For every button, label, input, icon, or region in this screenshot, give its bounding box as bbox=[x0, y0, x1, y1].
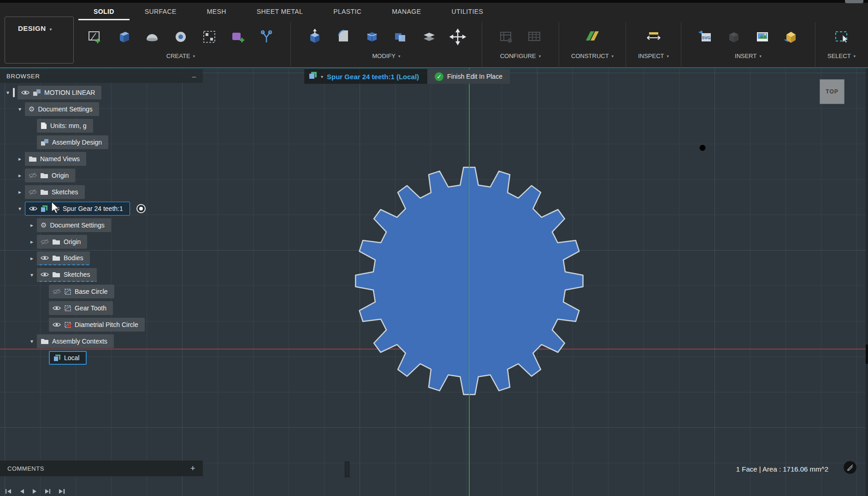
browser-item-label[interactable]: Origin bbox=[52, 172, 69, 179]
edit-restriction-icon[interactable] bbox=[843, 461, 857, 474]
caret-right-icon[interactable]: ▸ bbox=[15, 189, 25, 195]
caret-down-icon[interactable]: ▾ bbox=[15, 205, 25, 212]
insert-canvas-image-icon[interactable] bbox=[750, 24, 774, 50]
modify-dropdown[interactable]: MODIFY▾ bbox=[372, 53, 400, 59]
visibility-eye-icon[interactable] bbox=[29, 205, 37, 212]
browser-row[interactable]: Gear Tooth bbox=[0, 301, 203, 315]
create-sketch-icon[interactable] bbox=[83, 24, 107, 50]
browser-item-label[interactable]: Gear Tooth bbox=[75, 304, 106, 312]
revolve-icon[interactable] bbox=[140, 24, 164, 50]
insert-dropdown[interactable]: INSERT▾ bbox=[735, 53, 762, 59]
visibility-eye-icon[interactable] bbox=[53, 321, 61, 328]
activate-component-radio[interactable] bbox=[136, 204, 146, 213]
browser-item[interactable]: Assembly Design bbox=[37, 135, 108, 149]
caret-down-icon[interactable]: ▾ bbox=[3, 89, 13, 96]
browser-item[interactable]: Spur Gear 24 teeth:1 bbox=[25, 202, 130, 216]
browser-row[interactable]: Local bbox=[0, 351, 203, 365]
browser-row[interactable]: ▸Named Views bbox=[0, 152, 203, 166]
visibility-eye-icon[interactable] bbox=[41, 271, 49, 278]
tab-sheet-metal[interactable]: SHEET METAL bbox=[242, 5, 318, 20]
browser-item[interactable]: Assembly Contexts bbox=[37, 334, 114, 348]
browser-item[interactable]: Origin bbox=[25, 169, 75, 182]
move-copy-icon[interactable] bbox=[446, 24, 470, 50]
pattern-icon[interactable] bbox=[197, 24, 221, 50]
browser-row[interactable]: ▾Spur Gear 24 teeth:1 bbox=[0, 202, 203, 216]
browser-item-label[interactable]: Base Circle bbox=[75, 288, 108, 295]
hole-icon[interactable] bbox=[169, 24, 193, 50]
select-dropdown[interactable]: SELECT▾ bbox=[827, 53, 856, 59]
caret-down-icon[interactable]: ▾ bbox=[15, 106, 25, 112]
browser-row[interactable]: ▾⚙Document Settings bbox=[0, 102, 203, 116]
tab-solid[interactable]: SOLID bbox=[78, 5, 130, 20]
create-form-icon[interactable] bbox=[226, 24, 250, 50]
browser-item[interactable]: Local bbox=[49, 351, 87, 365]
configure-dropdown[interactable]: CONFIGURE▾ bbox=[500, 53, 541, 59]
caret-down-icon[interactable]: ▾ bbox=[27, 272, 37, 278]
collapse-icon[interactable]: – bbox=[192, 72, 196, 80]
browser-item-label[interactable]: Units: mm, g bbox=[50, 122, 87, 129]
comments-bar[interactable]: COMMENTS + bbox=[0, 461, 203, 476]
select-icon[interactable] bbox=[830, 24, 854, 50]
browser-row[interactable]: Units: mm, g bbox=[0, 119, 203, 133]
tab-utilities[interactable]: UTILITIES bbox=[436, 5, 498, 20]
construct-plane-icon[interactable] bbox=[580, 24, 604, 50]
extrude-icon[interactable] bbox=[112, 24, 136, 50]
caret-down-icon[interactable]: ▾ bbox=[27, 338, 37, 344]
scrollbar-thumb[interactable] bbox=[866, 344, 868, 364]
active-component-name[interactable]: Spur Gear 24 teeth:1 (Local) bbox=[327, 73, 424, 81]
browser-item[interactable]: Diametrial Pitch Circle bbox=[49, 318, 145, 332]
browser-item[interactable]: ⚙Document Settings bbox=[25, 102, 99, 116]
visibility-eye-icon[interactable] bbox=[21, 89, 30, 96]
tab-mesh[interactable]: MESH bbox=[192, 5, 242, 20]
visibility-eye-off-icon[interactable] bbox=[29, 172, 37, 179]
tab-plastic[interactable]: PLASTIC bbox=[318, 5, 377, 20]
browser-item-label[interactable]: Bodies bbox=[64, 254, 83, 262]
browser-item[interactable]: MOTION LINEAR bbox=[18, 86, 101, 99]
browser-item-label[interactable]: Assembly Design bbox=[52, 139, 102, 146]
press-pull-icon[interactable] bbox=[303, 24, 327, 50]
caret-right-icon[interactable]: ▸ bbox=[27, 255, 37, 262]
browser-item[interactable]: ⚙Document Settings bbox=[37, 218, 111, 232]
browser-row[interactable]: ▾MOTION LINEAR bbox=[0, 86, 203, 99]
browser-item-label[interactable]: Document Settings bbox=[50, 222, 104, 229]
browser-item[interactable]: Sketches bbox=[25, 185, 85, 199]
browser-row[interactable]: ▸Bodies bbox=[0, 251, 203, 265]
browser-item-label[interactable]: Local bbox=[64, 354, 79, 362]
visibility-eye-off-icon[interactable] bbox=[53, 288, 61, 295]
construct-dropdown[interactable]: CONSTRUCT▾ bbox=[571, 53, 614, 59]
finish-edit-in-place-button[interactable]: ✓ Finish Edit In Place bbox=[427, 69, 510, 84]
browser-item-label[interactable]: MOTION LINEAR bbox=[44, 89, 95, 96]
visibility-eye-icon[interactable] bbox=[53, 305, 61, 311]
configure-icon[interactable] bbox=[494, 24, 518, 50]
caret-right-icon[interactable]: ▸ bbox=[15, 156, 25, 162]
view-cube[interactable]: TOP bbox=[820, 79, 844, 104]
browser-row[interactable]: ▸⚙Document Settings bbox=[0, 218, 203, 232]
add-comment-button[interactable]: + bbox=[190, 464, 195, 473]
browser-item-label[interactable]: Sketches bbox=[52, 188, 78, 196]
browser-item[interactable]: Named Views bbox=[25, 152, 86, 166]
caret-right-icon[interactable]: ▸ bbox=[27, 222, 37, 228]
browser-row[interactable]: Assembly Design bbox=[0, 135, 203, 149]
browser-item-label[interactable]: Assembly Contexts bbox=[52, 338, 107, 345]
step-forward-button[interactable] bbox=[44, 488, 52, 496]
browser-item-label[interactable]: Sketches bbox=[64, 271, 90, 278]
offset-plane-icon[interactable] bbox=[417, 24, 441, 50]
measure-icon[interactable] bbox=[642, 24, 666, 50]
insert-mesh-icon[interactable] bbox=[722, 24, 746, 50]
go-to-start-button[interactable] bbox=[5, 488, 12, 496]
tab-surface[interactable]: SURFACE bbox=[130, 5, 192, 20]
browser-item-label[interactable]: Document Settings bbox=[38, 105, 92, 113]
browser-item[interactable]: Sketches bbox=[37, 268, 97, 282]
browser-item[interactable]: Origin bbox=[37, 235, 87, 249]
insert-mcmaster-icon[interactable] bbox=[779, 24, 803, 50]
browser-item-label[interactable]: Origin bbox=[64, 238, 81, 245]
tab-manage[interactable]: MANAGE bbox=[377, 5, 436, 20]
chevron-down-icon[interactable]: ▾ bbox=[321, 74, 323, 79]
configuration-table-icon[interactable] bbox=[523, 24, 547, 50]
browser-item-label[interactable]: Named Views bbox=[40, 155, 80, 163]
insert-svg-icon[interactable]: SVG bbox=[693, 24, 717, 50]
visibility-eye-icon[interactable] bbox=[41, 255, 49, 261]
go-to-end-button[interactable] bbox=[58, 488, 65, 496]
browser-item[interactable]: Bodies bbox=[37, 251, 90, 265]
browser-item-label[interactable]: Spur Gear 24 teeth:1 bbox=[63, 205, 123, 212]
